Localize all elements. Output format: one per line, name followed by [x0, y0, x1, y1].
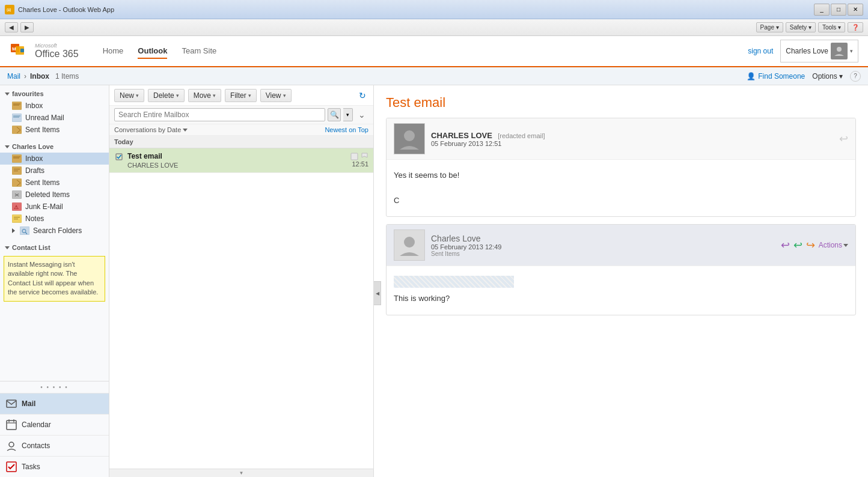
sign-out-button[interactable]: sign out — [748, 47, 773, 55]
nav-mail[interactable]: Mail — [0, 393, 109, 414]
email-body-2: This is working? — [387, 266, 855, 315]
sidebar-item-sent[interactable]: Sent Items — [0, 177, 109, 189]
window-controls[interactable]: _ □ ✕ — [814, 4, 863, 16]
user-name-label: Charles Love — [786, 47, 828, 55]
safety-button[interactable]: Safety ▾ — [786, 22, 816, 32]
svg-rect-40 — [351, 153, 358, 160]
maximize-button[interactable]: □ — [831, 4, 846, 16]
svg-rect-11 — [13, 116, 20, 117]
list-scroll-bottom[interactable]: ▼ — [109, 469, 373, 477]
svg-point-37 — [9, 442, 14, 447]
search-bar: 🔍 ▾ ⌄ — [109, 106, 373, 124]
breadcrumb-right: 👤 Find Someone Options ▾ ? — [747, 71, 861, 82]
email-sender-name-2: Charles Love — [431, 234, 481, 243]
view-button[interactable]: View ▾ — [260, 89, 292, 102]
email-title: Test email — [386, 95, 856, 111]
message-flag-area — [114, 152, 124, 169]
page-button[interactable]: Page ▾ — [756, 22, 783, 32]
minimize-button[interactable]: _ — [814, 4, 830, 16]
svg-rect-39 — [116, 154, 122, 160]
reading-pane-collapse-button[interactable]: ◀ — [374, 281, 381, 305]
svg-rect-12 — [13, 117, 19, 118]
user-name-area[interactable]: Charles Love ▾ — [780, 40, 858, 62]
search-submit-button[interactable]: 🔍 — [328, 108, 341, 121]
nav-outlook[interactable]: Outlook — [138, 44, 167, 59]
message-list: Today Test email — [109, 136, 373, 469]
svg-rect-16 — [13, 158, 19, 159]
svg-text:M: M — [12, 46, 16, 52]
search-expand-button[interactable]: ⌄ — [355, 108, 368, 121]
inbox-folder-icon — [12, 154, 22, 163]
search-folders-expand-icon — [12, 228, 15, 233]
app-icon: ✉ — [5, 5, 14, 14]
message-date-header: Today — [109, 136, 373, 148]
breadcrumb: Mail › Inbox 1 Items — [7, 72, 79, 81]
tools-button[interactable]: Tools ▾ — [818, 22, 845, 32]
nav-calendar-label: Calendar — [22, 421, 51, 429]
office-logo: M Microsoft Office 365 — [10, 40, 79, 62]
sidebar-item-search-folders[interactable]: Search Folders — [0, 225, 109, 237]
sidebar-item-drafts[interactable]: Drafts — [0, 165, 109, 177]
main-layout: favourites Inbox Unread Mail Sent Items … — [0, 85, 868, 477]
ie-toolbar: ◀ ▶ Page ▾ Safety ▾ Tools ▾ ❓ — [0, 19, 868, 36]
sidebar-item-junk[interactable]: ⚠ Junk E-Mail — [0, 201, 109, 213]
reply-all-button-2[interactable]: ↩ — [793, 239, 802, 252]
conversations-sort[interactable]: Conversations by Date — [114, 126, 188, 133]
email-body-line-2 — [394, 182, 848, 195]
move-button[interactable]: Move ▾ — [188, 89, 221, 102]
breadcrumb-mail[interactable]: Mail — [7, 72, 20, 81]
reply-arrow-icon[interactable]: ↩ — [839, 132, 848, 145]
contact-list-header[interactable]: Contact List — [0, 242, 109, 254]
message-list-header: Conversations by Date Newest on Top — [109, 124, 373, 136]
filter-button[interactable]: Filter ▾ — [225, 89, 257, 102]
sidebar-item-fav-inbox[interactable]: Inbox — [0, 100, 109, 112]
actions-dropdown-button[interactable]: Actions — [819, 241, 848, 249]
reply-button-2[interactable]: ↩ — [781, 239, 790, 252]
move-dropdown-icon: ▾ — [213, 93, 216, 99]
find-someone-label: Find Someone — [758, 72, 805, 81]
svg-rect-15 — [13, 157, 20, 157]
sidebar-item-notes[interactable]: Notes — [0, 213, 109, 225]
sidebar: favourites Inbox Unread Mail Sent Items … — [0, 85, 109, 477]
forward-button-2[interactable]: ↪ — [806, 239, 815, 252]
refresh-button[interactable]: ↻ — [356, 90, 368, 102]
message-sender: CHARLES LOVE — [127, 162, 178, 169]
favourites-collapse-icon — [5, 93, 10, 96]
new-button[interactable]: New ▾ — [114, 89, 144, 102]
reading-pane-content: Test email CHARLES LOVE [redacted email]… — [374, 85, 868, 332]
nav-tasks[interactable]: Tasks — [0, 456, 109, 477]
sort-order-label[interactable]: Newest on Top — [325, 126, 368, 133]
svg-rect-8 — [13, 104, 20, 105]
help-button[interactable]: ❓ — [848, 22, 863, 32]
nav-home[interactable]: Home — [103, 44, 124, 59]
sidebar-item-fav-unread[interactable]: Unread Mail — [0, 112, 109, 124]
sidebar-item-deleted[interactable]: Deleted Items — [0, 189, 109, 201]
email-message-header-2: Charles Love 05 February 2013 12:49 Sent… — [387, 225, 855, 266]
breadcrumb-count: 1 Items — [55, 72, 79, 81]
delete-button[interactable]: Delete ▾ — [148, 89, 185, 102]
close-button[interactable]: ✕ — [848, 4, 863, 16]
find-someone-button[interactable]: 👤 Find Someone — [747, 72, 805, 81]
nav-contacts[interactable]: Contacts — [0, 435, 109, 456]
sidebar-item-inbox[interactable]: Inbox — [0, 153, 109, 165]
forward-button[interactable]: ▶ — [20, 22, 34, 32]
message-item[interactable]: Test email CHARLES LOVE 12:51 — [109, 148, 373, 173]
sort-dropdown-icon — [183, 129, 188, 132]
favourites-header[interactable]: favourites — [0, 88, 109, 100]
options-button[interactable]: Options ▾ — [812, 72, 843, 81]
nav-calendar[interactable]: Calendar — [0, 414, 109, 435]
contact-list-label: Contact List — [12, 244, 50, 251]
title-bar: ✉ Charles Love - Outlook Web App _ □ ✕ — [0, 0, 868, 19]
user-dropdown-icon[interactable]: ▾ — [850, 48, 853, 54]
back-button[interactable]: ◀ — [5, 22, 18, 32]
email-body-line-1: Yes it seems to be! — [394, 169, 848, 182]
charles-love-header[interactable]: Charles Love — [0, 141, 109, 153]
nav-teamsite[interactable]: Team Site — [182, 44, 216, 59]
email-actions-right-1: ↩ — [839, 132, 848, 145]
svg-rect-29 — [20, 227, 29, 235]
search-input[interactable] — [114, 108, 325, 121]
svg-rect-14 — [12, 155, 22, 163]
help-button[interactable]: ? — [850, 71, 861, 82]
sidebar-item-fav-sent[interactable]: Sent Items — [0, 124, 109, 136]
search-dropdown-button[interactable]: ▾ — [343, 108, 353, 121]
